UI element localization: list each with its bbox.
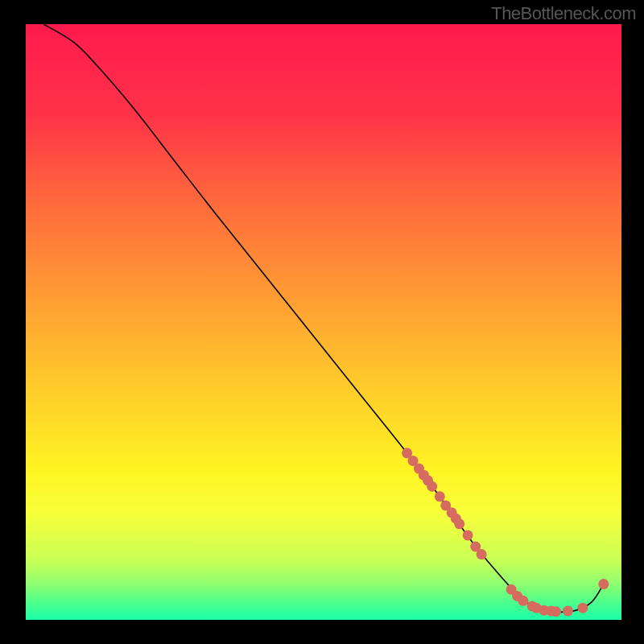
highlight-marker <box>577 603 588 613</box>
chart-container: TheBottleneck.com <box>0 0 644 644</box>
chart-svg <box>0 0 644 644</box>
highlight-marker <box>427 481 437 492</box>
highlight-marker <box>477 549 487 559</box>
highlight-marker <box>454 518 464 529</box>
highlight-marker <box>598 579 609 589</box>
highlight-marker <box>435 491 445 502</box>
highlight-marker <box>551 606 561 617</box>
highlight-marker <box>463 530 473 540</box>
highlight-marker <box>518 596 528 606</box>
plot-background <box>26 24 621 620</box>
highlight-marker <box>563 605 573 616</box>
watermark-text: TheBottleneck.com <box>491 3 636 24</box>
